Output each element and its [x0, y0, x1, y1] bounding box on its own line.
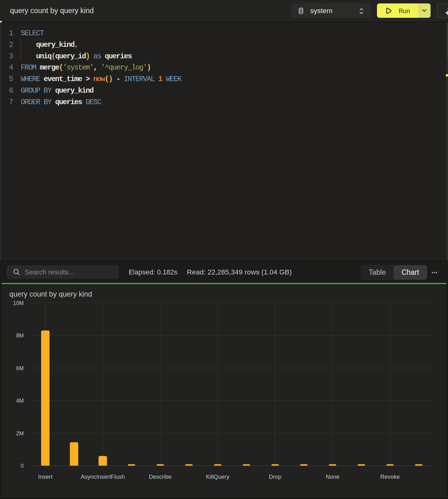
svg-text:2M: 2M	[16, 430, 24, 437]
svg-text:Describe: Describe	[149, 473, 172, 480]
svg-text:6M: 6M	[16, 365, 24, 371]
svg-text:0: 0	[21, 463, 24, 469]
svg-text:Insert: Insert	[38, 473, 52, 480]
svg-text:8M: 8M	[16, 332, 24, 339]
svg-text:KillQuery: KillQuery	[206, 473, 230, 480]
svg-text:4M: 4M	[16, 398, 24, 404]
svg-text:None: None	[326, 473, 339, 480]
svg-text:10M: 10M	[13, 300, 24, 306]
svg-text:Revoke: Revoke	[380, 473, 400, 480]
svg-text:Drop: Drop	[269, 473, 281, 480]
svg-text:query count by query kind: query count by query kind	[9, 290, 92, 298]
svg-text:AsyncInsertFlush: AsyncInsertFlush	[81, 473, 125, 480]
